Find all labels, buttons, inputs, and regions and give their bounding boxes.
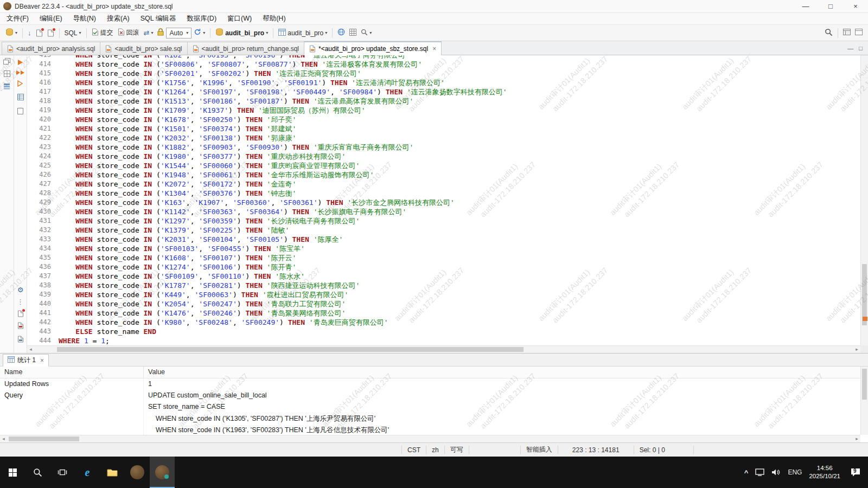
table-row[interactable]: WHEN store_code IN ('K1963', 'SF00283') …	[0, 424, 868, 435]
minimize-window-icon[interactable]: —	[793, 0, 818, 12]
close-icon[interactable]: ×	[432, 45, 436, 53]
perspective-1-button[interactable]	[841, 28, 853, 38]
statistics-tab[interactable]: 统计 1 ×	[3, 354, 49, 367]
database-navigator-icon[interactable]	[3, 83, 10, 92]
code-line[interactable]: 444WHERE 1 = 1;	[27, 336, 860, 345]
code-line[interactable]: 442 WHEN store_code IN ('K980', 'SF00248…	[27, 318, 860, 327]
schema-selector[interactable]: audit_bi_pro ▾	[276, 28, 329, 38]
clipboard-icon[interactable]	[17, 107, 23, 116]
minimize-view-icon[interactable]: —	[847, 45, 853, 52]
editor-tab-1[interactable]: <audit_bi_pro> sale.sql	[100, 42, 187, 55]
results-vertical-scrollbar[interactable]	[860, 367, 868, 435]
view-grid-icon[interactable]	[4, 70, 10, 79]
taskbar-clock[interactable]: 14:56 2025/10/21	[809, 464, 840, 480]
menu-item-3[interactable]: 搜索(A)	[101, 13, 135, 24]
sql-editor[interactable]: 413 WHEN store_code IN ('K162', 'SF00195…	[27, 55, 868, 353]
menu-item-2[interactable]: 导航(N)	[68, 13, 101, 24]
code-line[interactable]: 439 WHEN store_code IN ('K449', 'SF00063…	[27, 290, 860, 299]
code-line[interactable]: 436 WHEN store_code IN ('K1274', 'SF0010…	[27, 262, 860, 272]
status-caret-position[interactable]: 223 : 13 : 14181	[558, 446, 634, 454]
settings-gear-icon[interactable]: ⚙	[17, 286, 24, 293]
code-line[interactable]: 437 WHEN store_code IN ('SF00109', 'SF00…	[27, 272, 860, 281]
table-row[interactable]: QueryUPDATE custom_online_sale_bill_loca…	[0, 390, 868, 401]
more-options-icon[interactable]: ⋮	[17, 298, 24, 305]
fetch-button[interactable]: ↓	[25, 28, 34, 38]
new-connection-button[interactable]: ▾	[3, 27, 20, 39]
taskbar-search-button[interactable]	[25, 457, 50, 488]
scroll-left-icon[interactable]: ◂	[0, 436, 7, 441]
maximize-view-icon[interactable]: □	[859, 45, 863, 52]
table-row[interactable]: SET store_name = CASE	[0, 401, 868, 413]
menu-item-4[interactable]: SQL 编辑器	[135, 13, 182, 24]
start-button[interactable]	[0, 457, 25, 488]
results-horizontal-scrollbar[interactable]: ◂ ▸	[0, 435, 860, 442]
commit-button[interactable]: 提交	[90, 27, 116, 38]
code-line[interactable]: 431 WHEN store_code IN ('K1297', 'SF0035…	[27, 216, 860, 226]
rollback-button[interactable]: 回滚	[116, 27, 142, 38]
restore-view-icon[interactable]	[3, 58, 10, 66]
grid-button[interactable]	[347, 28, 359, 38]
search-dropdown[interactable]: ▾	[359, 28, 374, 38]
internet-explorer-button[interactable]: e	[75, 457, 100, 488]
menu-item-6[interactable]: 窗口(W)	[222, 13, 257, 24]
table-row[interactable]: WHEN store_code IN ('K1305', 'SF00287') …	[0, 413, 868, 424]
code-line[interactable]: 414 WHEN store_code IN ('SF00806', 'SF00…	[27, 60, 860, 69]
refresh-dropdown[interactable]: ▾	[192, 27, 207, 38]
code-line[interactable]: 425 WHEN store_code IN ('K1544', 'SF0006…	[27, 161, 860, 170]
results-hscroll-thumb[interactable]	[9, 436, 79, 441]
scroll-left-icon[interactable]: ◂	[27, 346, 34, 352]
tray-chevron-up-icon[interactable]: ^	[744, 468, 749, 477]
column-header-value[interactable]: Value	[144, 367, 868, 378]
export-file-icon[interactable]	[17, 310, 24, 317]
code-line[interactable]: 424 WHEN store_code IN ('K1980', 'SF0037…	[27, 152, 860, 161]
code-line[interactable]: 443 ELSE store_name END	[27, 327, 860, 336]
code-line[interactable]: 426 WHEN store_code IN ('K1948', 'SF0006…	[27, 170, 860, 179]
column-header-name[interactable]: Name	[0, 367, 144, 378]
execute-script-icon[interactable]	[16, 70, 24, 75]
menu-item-7[interactable]: 帮助(H)	[257, 13, 291, 24]
file-grid-icon[interactable]	[17, 336, 24, 344]
commit-icon-button[interactable]	[34, 28, 45, 38]
perspective-2-button[interactable]	[853, 28, 865, 38]
editor-tab-3[interactable]: *<audit_bi_pro> update_sbz_store.sql×	[304, 41, 442, 55]
code-line[interactable]: 413 WHEN store_code IN ('K162', 'SF00195…	[27, 55, 860, 60]
app-button-2-active[interactable]	[150, 457, 175, 488]
tray-volume-icon[interactable]	[771, 468, 781, 476]
commit-mode-combo[interactable]: Auto ▾	[166, 28, 192, 38]
scroll-right-icon[interactable]: ▸	[853, 436, 860, 441]
code-viewport[interactable]: 413 WHEN store_code IN ('K162', 'SF00195…	[27, 55, 860, 345]
code-line[interactable]: 427 WHEN store_code IN ('K2072', 'SF0017…	[27, 179, 860, 189]
code-line[interactable]: 416 WHEN store_code IN ('K1756', 'K1996'…	[27, 78, 860, 87]
app-button-1[interactable]	[125, 457, 150, 488]
code-line[interactable]: 417 WHEN store_code IN ('K1264', 'SF0019…	[27, 87, 860, 97]
code-line[interactable]: 433 WHEN store_code IN ('K2031', 'SF0010…	[27, 235, 860, 244]
close-window-icon[interactable]: ×	[843, 0, 868, 12]
connection-selector[interactable]: audit_bi_pro ▾	[213, 27, 270, 39]
code-line[interactable]: 432 WHEN store_code IN ('K1379', 'SF0022…	[27, 226, 860, 235]
code-line[interactable]: 440 WHEN store_code IN ('K2054', 'SF0024…	[27, 299, 860, 309]
editor-vertical-scrollbar[interactable]	[860, 55, 868, 345]
sql-editor-dropdown[interactable]: SQL ▾	[62, 28, 84, 38]
code-line[interactable]: 435 WHEN store_code IN ('K1608', 'SF0010…	[27, 253, 860, 262]
editor-tab-0[interactable]: <audit_bi_pro> analysis.sql	[2, 42, 100, 55]
results-vscroll-thumb[interactable]	[862, 369, 867, 400]
open-search-button[interactable]	[822, 27, 835, 39]
table-row[interactable]: Updated Rows1	[0, 378, 868, 390]
code-line[interactable]: 441 WHEN store_code IN ('K1476', 'SF0024…	[27, 309, 860, 318]
editor-tab-2[interactable]: <audit_bi_pro> return_change.sql	[187, 42, 304, 55]
task-view-button[interactable]	[50, 457, 75, 488]
tray-monitor-icon[interactable]	[755, 468, 764, 476]
menu-item-0[interactable]: 文件(F)	[1, 13, 34, 24]
maximize-window-icon[interactable]: □	[818, 0, 843, 12]
hscroll-thumb[interactable]	[57, 347, 524, 352]
scroll-right-icon[interactable]: ▸	[853, 346, 860, 352]
code-line[interactable]: 438 WHEN store_code IN ('K1787', 'SF0028…	[27, 281, 860, 290]
menu-item-5[interactable]: 数据库(D)	[181, 13, 222, 24]
code-line[interactable]: 430 WHEN store_code IN ('K1142', 'SF0036…	[27, 207, 860, 216]
action-center-button[interactable]: 9	[847, 466, 864, 479]
globe-button[interactable]	[335, 27, 347, 38]
code-line[interactable]: 418 WHEN store_code IN ('K1513', 'SF0018…	[27, 97, 860, 106]
code-line[interactable]: 434 WHEN store_code IN ('SF00103', 'SF00…	[27, 244, 860, 253]
statement-grid-icon[interactable]	[17, 94, 24, 102]
code-line[interactable]: 419 WHEN store_code IN ('K1709', 'K1937'…	[27, 106, 860, 115]
